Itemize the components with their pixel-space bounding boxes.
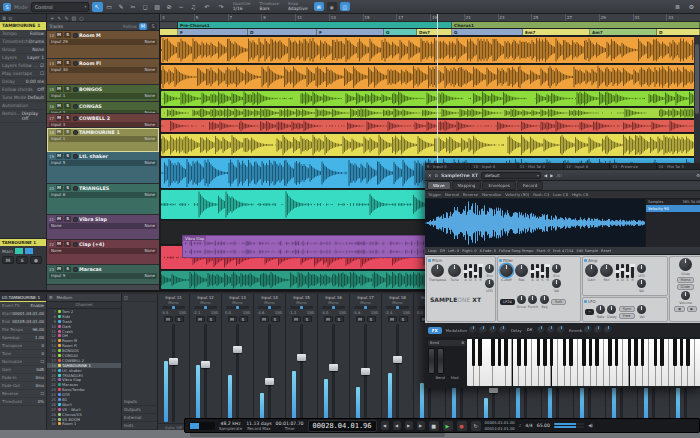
loop-setting[interactable]: Left: 0 <box>448 249 459 253</box>
strip-pan-value[interactable]: 100 <box>243 310 250 315</box>
loop-setting[interactable]: End: 47154 <box>553 249 574 253</box>
knob[interactable] <box>431 264 444 277</box>
track-header[interactable]: 20 M S TRIANGLES Input 6 None <box>47 184 159 215</box>
piano-key-black[interactable] <box>615 339 619 366</box>
envelope-slider[interactable] <box>469 264 472 278</box>
track-input[interactable]: None <box>51 248 61 254</box>
knob[interactable] <box>552 279 561 288</box>
track-output[interactable]: None <box>145 223 155 229</box>
output-label[interactable]: Main <box>2 249 13 254</box>
track-mute-button[interactable]: M <box>56 86 63 92</box>
track-record-button[interactable] <box>73 267 78 272</box>
inspector-row[interactable]: Layers follow events☑ <box>0 62 46 70</box>
envelope-slider[interactable] <box>631 264 634 278</box>
track-record-button[interactable] <box>73 186 78 191</box>
mod-wheel[interactable] <box>437 348 444 374</box>
track-input[interactable]: Input 29 <box>51 39 68 45</box>
knob[interactable] <box>600 264 613 277</box>
strip-mute-button[interactable]: M <box>196 316 205 322</box>
track-input[interactable]: Input 1 <box>51 93 65 99</box>
pan-slider[interactable] <box>386 306 409 309</box>
strip-mute-button[interactable]: M <box>324 316 333 322</box>
pan-slider[interactable] <box>226 306 249 309</box>
piano-key-black[interactable] <box>595 339 599 366</box>
timebase-control[interactable]: TimebaseBars <box>257 2 282 11</box>
fader-handle[interactable] <box>297 354 306 361</box>
envelope-slider[interactable] <box>479 264 482 278</box>
pin-icon[interactable]: ⊙ <box>8 15 12 21</box>
fx-knob[interactable] <box>537 326 545 334</box>
track-output[interactable]: None <box>145 67 155 73</box>
sample-info-item[interactable]: Low: C0 <box>553 192 568 197</box>
track-name[interactable]: TRIANGLES <box>79 186 157 191</box>
track-header[interactable]: 19 M S Ltl. shaker Input 5 None <box>47 152 159 184</box>
strip-mute-button[interactable]: M <box>164 316 173 322</box>
track-mute-button[interactable]: M <box>56 103 63 109</box>
add-track-icon[interactable]: + <box>50 15 54 21</box>
track-solo-button[interactable]: S <box>64 241 71 247</box>
fader[interactable] <box>321 324 346 422</box>
track-header[interactable]: 21 M S Vibra Slap None None <box>47 215 159 240</box>
preset-dropdown[interactable]: default <box>481 172 541 179</box>
close-icon[interactable]: ✕ <box>428 173 432 178</box>
play-button[interactable]: ▶ <box>443 421 453 431</box>
plugin-view-tab[interactable]: Wave <box>427 181 451 190</box>
track-input[interactable]: Input 5 <box>51 160 65 166</box>
event-field[interactable]: Fade-In0ms <box>0 374 46 382</box>
pan-slider[interactable] <box>322 306 345 309</box>
chord-segment[interactable]: Am7 <box>590 29 657 35</box>
track-output[interactable]: None <box>145 39 155 45</box>
track-output[interactable]: None <box>145 273 155 279</box>
inspector-row[interactable]: TimestretchDrums <box>0 38 46 46</box>
channel-list-item[interactable]: 30 Room 1 <box>47 421 121 426</box>
audio-clip[interactable] <box>161 91 700 106</box>
pitch-wheel[interactable] <box>428 348 435 374</box>
inspector-row[interactable]: Play overlaps☐ <box>0 70 46 78</box>
track-mute-button[interactable]: M <box>56 241 63 247</box>
strip-pan-value[interactable]: 100 <box>371 310 378 315</box>
mixer-nav-item[interactable]: Instr. <box>122 422 157 430</box>
chord-segment[interactable] <box>160 29 178 35</box>
mixer-nav-icons[interactable]: ◫ <box>122 294 157 302</box>
track-mute-button[interactable]: M <box>56 60 63 66</box>
strip-mute-button[interactable]: M <box>356 316 365 322</box>
sample-info-item[interactable]: Trigger <box>428 192 441 197</box>
chord-segment[interactable]: F <box>178 29 248 35</box>
track-solo-button[interactable]: S <box>64 266 71 272</box>
strip-pan-value[interactable]: 100 <box>179 310 186 315</box>
fx-knob[interactable] <box>499 326 507 334</box>
fader[interactable] <box>225 324 250 422</box>
piano-key[interactable] <box>695 339 700 386</box>
event-field[interactable]: Transpose0 <box>0 342 46 350</box>
sample-info-item[interactable]: Root: C3 <box>533 192 549 197</box>
piano-key-black[interactable] <box>660 339 664 366</box>
mixer-nav-item[interactable]: Inputs <box>122 398 157 406</box>
stop-button[interactable]: ■ <box>429 421 439 431</box>
filter-type-display[interactable]: LP24 <box>500 299 515 305</box>
track-header[interactable]: 16 M S CONGAS Input 2 None <box>47 102 159 114</box>
strip-mute-button[interactable]: M <box>292 316 301 322</box>
tool-icon[interactable]: ◻ <box>140 2 151 12</box>
track-name[interactable]: Ltl. shaker <box>79 154 157 159</box>
fader[interactable] <box>353 324 378 422</box>
strip-solo-button[interactable]: S <box>303 316 312 322</box>
fader-handle[interactable] <box>233 346 242 353</box>
loop-setting[interactable]: Follow Song Tempo <box>499 249 533 253</box>
piano-key-black[interactable] <box>673 339 677 366</box>
piano-key-black[interactable] <box>589 339 593 366</box>
strip-solo-button[interactable]: S <box>175 316 184 322</box>
strip-mute-button[interactable]: M <box>388 316 397 322</box>
fader[interactable] <box>385 324 410 422</box>
fx-knob[interactable] <box>469 326 477 334</box>
fader-handle[interactable] <box>361 368 370 375</box>
track-record-button[interactable] <box>73 116 78 121</box>
audio-clip[interactable] <box>161 108 700 118</box>
magnify-icon[interactable]: ○ <box>79 15 83 21</box>
piano-key-black[interactable] <box>543 339 547 366</box>
strip-mute-button[interactable]: M <box>228 316 237 322</box>
track-lane[interactable] <box>160 36 700 64</box>
strip-pan-value[interactable]: 100 <box>339 310 346 315</box>
fx-knob[interactable] <box>547 326 555 334</box>
track-solo-button[interactable]: S <box>64 129 71 135</box>
track-header[interactable]: 15 M S BONGOS Input 1 None <box>47 85 159 102</box>
